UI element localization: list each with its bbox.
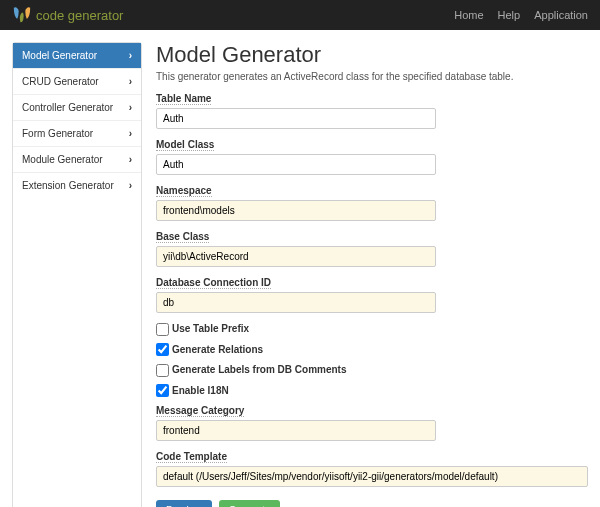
enable-i18n-label: Enable I18N (172, 385, 229, 396)
sidebar: Model Generator› CRUD Generator› Control… (12, 42, 142, 507)
sidebar-label: Extension Generator (22, 180, 114, 191)
model-class-input[interactable] (156, 154, 436, 175)
sidebar-item-controller[interactable]: Controller Generator› (13, 95, 141, 121)
sidebar-label: Model Generator (22, 50, 97, 61)
base-class-input[interactable] (156, 246, 436, 267)
message-category-input[interactable] (156, 420, 436, 441)
yii-logo-icon (12, 6, 32, 24)
db-connection-input[interactable] (156, 292, 436, 313)
table-name-label: Table Name (156, 93, 211, 105)
enable-i18n-checkbox[interactable] (156, 384, 169, 397)
brand-text: code generator (36, 8, 123, 23)
model-class-label: Model Class (156, 139, 214, 151)
sidebar-label: CRUD Generator (22, 76, 99, 87)
generate-labels-label: Generate Labels from DB Comments (172, 364, 347, 375)
generate-labels-checkbox[interactable] (156, 364, 169, 377)
main-content: Model Generator This generator generates… (156, 42, 588, 507)
sidebar-item-extension[interactable]: Extension Generator› (13, 173, 141, 198)
nav-application[interactable]: Application (534, 9, 588, 21)
page-description: This generator generates an ActiveRecord… (156, 71, 588, 82)
sidebar-item-model[interactable]: Model Generator› (13, 43, 141, 69)
chevron-right-icon: › (129, 154, 132, 165)
navbar: code generator Home Help Application (0, 0, 600, 30)
generate-button[interactable]: Generate (219, 500, 281, 507)
use-table-prefix-checkbox[interactable] (156, 323, 169, 336)
code-template-input[interactable] (156, 466, 588, 487)
chevron-right-icon: › (129, 102, 132, 113)
chevron-right-icon: › (129, 128, 132, 139)
sidebar-label: Form Generator (22, 128, 93, 139)
nav-links: Home Help Application (454, 9, 588, 21)
sidebar-item-form[interactable]: Form Generator› (13, 121, 141, 147)
preview-button[interactable]: Preview (156, 500, 212, 507)
db-connection-label: Database Connection ID (156, 277, 271, 289)
sidebar-item-module[interactable]: Module Generator› (13, 147, 141, 173)
nav-help[interactable]: Help (498, 9, 521, 21)
base-class-label: Base Class (156, 231, 209, 243)
message-category-label: Message Category (156, 405, 244, 417)
namespace-input[interactable] (156, 200, 436, 221)
sidebar-label: Module Generator (22, 154, 103, 165)
code-template-label: Code Template (156, 451, 227, 463)
chevron-right-icon: › (129, 76, 132, 87)
sidebar-item-crud[interactable]: CRUD Generator› (13, 69, 141, 95)
chevron-right-icon: › (129, 50, 132, 61)
page-title: Model Generator (156, 42, 588, 68)
namespace-label: Namespace (156, 185, 212, 197)
sidebar-label: Controller Generator (22, 102, 113, 113)
generate-relations-label: Generate Relations (172, 344, 263, 355)
chevron-right-icon: › (129, 180, 132, 191)
brand[interactable]: code generator (12, 6, 123, 24)
generate-relations-checkbox[interactable] (156, 343, 169, 356)
use-table-prefix-label: Use Table Prefix (172, 323, 249, 334)
nav-home[interactable]: Home (454, 9, 483, 21)
table-name-input[interactable] (156, 108, 436, 129)
